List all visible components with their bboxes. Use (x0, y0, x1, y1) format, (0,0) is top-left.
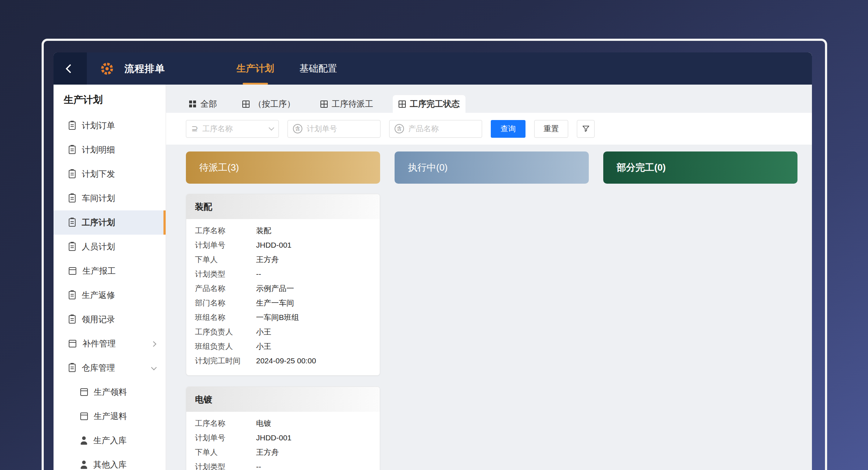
chevron-down-icon (150, 364, 158, 372)
sidebar-subitem[interactable]: 其他入库 (54, 453, 166, 470)
box-icon (69, 340, 76, 347)
sidebar-subitem-label: 生产入库 (93, 435, 127, 446)
product-name-field: 含 (389, 120, 482, 138)
field-label: 工序负责人 (195, 327, 256, 337)
view-tab-label: 工序待派工 (332, 98, 373, 110)
table-icon (242, 101, 250, 108)
column-header-partial: 部分完工(0) (603, 151, 797, 184)
sidebar-item[interactable]: 仓库管理 (54, 356, 166, 380)
process-card[interactable]: 电镀 工序名称 电镀 计划单号 JHDD- (186, 386, 380, 470)
clipboard-icon (69, 364, 76, 372)
table-icon (399, 101, 406, 108)
sidebar-subitem[interactable]: 生产退料 (54, 404, 166, 428)
back-button[interactable] (54, 52, 87, 85)
sidebar-subitem-label: 生产退料 (94, 411, 127, 422)
field-label: 工序名称 (195, 418, 256, 428)
sidebar-item-label: 计划订单 (82, 120, 115, 131)
contains-icon: 含 (293, 124, 302, 133)
sidebar-item-label: 计划下发 (82, 168, 115, 180)
product-name-input[interactable] (408, 124, 477, 133)
view-tab-label: （按工序） (254, 98, 295, 110)
app-window: 流程排单 生产计划 基础配置 生产计划 计划订单 计划明细 (54, 52, 812, 470)
clipboard-icon (69, 170, 76, 178)
view-tab[interactable]: 全部 (183, 95, 223, 113)
sidebar-item[interactable]: 生产返修 (54, 283, 166, 307)
expand-icon (150, 195, 158, 202)
navbar-tabs: 生产计划 基础配置 (234, 52, 340, 85)
sidebar-subitem[interactable]: 生产入库 (54, 428, 166, 453)
field-label: 产品名称 (195, 283, 256, 294)
field-label: 下单人 (195, 255, 256, 265)
sidebar-subitem-label: 生产领料 (94, 386, 127, 398)
view-tab[interactable]: 工序完工状态 (393, 95, 465, 113)
plan-no-input[interactable] (307, 124, 375, 133)
expand-icon (150, 122, 158, 130)
clipboard-icon (69, 243, 76, 251)
field-value: 一车间B班组 (256, 312, 299, 322)
sidebar-subitem[interactable]: 生产领料 (54, 380, 166, 404)
view-tab[interactable]: （按工序） (237, 95, 301, 113)
sidebar-item[interactable]: 领用记录 (54, 307, 166, 332)
sidebar-item[interactable]: 车间计划 (54, 186, 166, 210)
column-header-running: 执行中(0) (395, 151, 589, 184)
sidebar-item[interactable]: 工序计划 (54, 210, 166, 235)
card-field-row: 下单人 王方舟 (195, 445, 371, 460)
sidebar-subitem-label: 其他入库 (93, 459, 127, 470)
sidebar-item[interactable]: 计划下发 (54, 162, 166, 186)
field-label: 班组名称 (195, 312, 256, 322)
card-field-row: 产品名称 示例产品一 (195, 281, 371, 296)
box-icon (69, 267, 76, 275)
sidebar-item[interactable]: 计划明细 (54, 138, 166, 162)
sidebar-item[interactable]: 补件管理 (54, 332, 166, 356)
clipboard-icon (69, 218, 76, 227)
clipboard-icon (69, 146, 76, 154)
field-value: -- (256, 462, 261, 470)
nav-tab-basic-config[interactable]: 基础配置 (297, 52, 340, 85)
table-icon (320, 101, 328, 108)
expand-icon (150, 291, 158, 299)
sidebar-item-label: 计划明细 (82, 144, 115, 155)
sidebar-item-label: 补件管理 (82, 338, 116, 349)
card-field-row: 计划类型 -- (195, 460, 371, 470)
card-field-row: 计划完工时间 2024-09-25 00:00 (195, 354, 371, 368)
expand-icon (150, 170, 158, 178)
user-icon (80, 436, 88, 445)
process-card[interactable]: 装配 工序名称 装配 计划单号 JHDD- (186, 194, 380, 376)
kanban-column-pending: 待派工(3) 装配 工序名称 装配 (186, 151, 380, 470)
view-tabs: 全部 （按工序） 工序待派工 工序完工状态 (166, 95, 812, 113)
search-button[interactable]: 查询 (491, 120, 526, 138)
field-label: 下单人 (195, 447, 256, 457)
sidebar-item-label: 工序计划 (82, 217, 115, 228)
sidebar-title: 生产计划 (54, 85, 166, 114)
plan-no-field: 含 (288, 120, 380, 138)
funnel-icon (582, 125, 590, 133)
field-value: 王方舟 (256, 255, 279, 265)
grid-icon (189, 100, 196, 108)
field-value: 示例产品一 (256, 283, 294, 294)
reset-button[interactable]: 重置 (534, 120, 568, 138)
field-value: 王方舟 (256, 447, 279, 457)
nav-tab-production-plan[interactable]: 生产计划 (234, 52, 277, 85)
sidebar-item[interactable]: 人员计划 (54, 235, 166, 259)
view-tab[interactable]: 工序待派工 (315, 95, 379, 113)
card-fields: 工序名称 电镀 计划单号 JHDD-001 下单人 (186, 412, 380, 470)
clipboard-icon (69, 291, 76, 299)
contains-icon: 含 (395, 124, 404, 133)
sidebar-item[interactable]: 计划订单 (54, 114, 166, 138)
sidebar-item[interactable]: 生产报工 (54, 259, 166, 283)
card-field-row: 工序名称 装配 (195, 223, 371, 238)
filter-button[interactable] (577, 120, 595, 138)
field-value: 2024-09-25 00:00 (256, 356, 316, 365)
card-fields: 工序名称 装配 计划单号 JHDD-001 下单人 (186, 219, 380, 375)
field-value: 小王 (256, 327, 271, 337)
card-field-row: 计划类型 -- (195, 267, 371, 281)
sidebar-item-label: 生产返修 (82, 290, 115, 301)
sidebar-item-label: 车间计划 (82, 193, 115, 204)
field-value: JHDD-001 (256, 433, 292, 442)
clipboard-icon (69, 194, 76, 202)
app-logo-gear-icon (100, 61, 114, 76)
card-field-row: 计划单号 JHDD-001 (195, 238, 371, 252)
process-name-select[interactable]: ⊇ 工序名称 (186, 120, 279, 138)
field-label: 计划单号 (195, 433, 256, 443)
card-field-row: 工序负责人 小王 (195, 325, 371, 339)
